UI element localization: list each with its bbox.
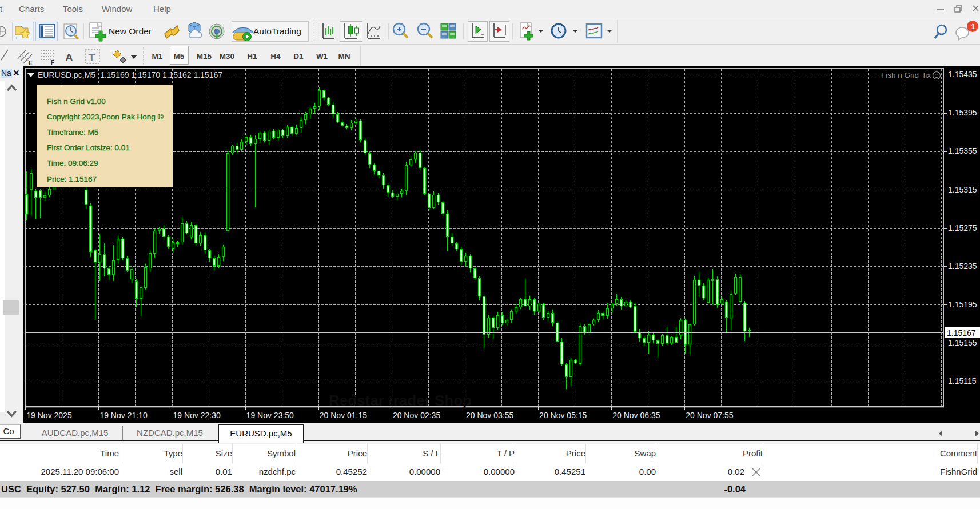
svg-text:1.15435: 1.15435	[948, 70, 977, 79]
svg-text:20 Nov 07:55: 20 Nov 07:55	[686, 411, 733, 420]
svg-text:20 Nov 02:35: 20 Nov 02:35	[393, 411, 440, 420]
svg-text:1.15115: 1.15115	[948, 376, 977, 386]
svg-text:Redstar trader Shop: Redstar trader Shop	[329, 392, 472, 409]
svg-text:20 Nov 06:35: 20 Nov 06:35	[612, 411, 660, 420]
svg-text:Fish n Grid v1.00: Fish n Grid v1.00	[47, 97, 106, 106]
svg-text:1.15195: 1.15195	[948, 300, 977, 309]
svg-text:19 Nov 2025: 19 Nov 2025	[26, 411, 72, 420]
svg-text:Fish n Grid_fix: Fish n Grid_fix	[881, 71, 931, 79]
svg-text:20 Nov 05:15: 20 Nov 05:15	[539, 411, 587, 420]
svg-text:1.15395: 1.15395	[948, 108, 977, 117]
svg-text:First Order Lotsize: 0.01: First Order Lotsize: 0.01	[47, 143, 130, 152]
svg-text:20 Nov 03:55: 20 Nov 03:55	[466, 411, 513, 420]
svg-text:Copyright 2023,Poon Pak Hong ©: Copyright 2023,Poon Pak Hong ©	[47, 113, 164, 121]
svg-text:1.15235: 1.15235	[948, 262, 977, 271]
svg-text:19 Nov 22:30: 19 Nov 22:30	[173, 411, 221, 420]
svg-text:EURUSD.pc,M5 1.15169 1.15170: EURUSD.pc,M5 1.15169 1.15170 1.15162 1.1…	[38, 70, 222, 79]
svg-text:19 Nov 23:50: 19 Nov 23:50	[246, 411, 294, 420]
svg-text:19 Nov 21:10: 19 Nov 21:10	[99, 411, 147, 420]
svg-text:1.15275: 1.15275	[948, 223, 977, 233]
svg-text:Timeframe: M5: Timeframe: M5	[47, 128, 98, 137]
svg-text:20 Nov 01:15: 20 Nov 01:15	[320, 411, 367, 420]
svg-text:1.15315: 1.15315	[948, 185, 977, 194]
svg-text:1.15355: 1.15355	[948, 146, 977, 155]
svg-text:Price: 1.15167: Price: 1.15167	[47, 175, 97, 183]
svg-text:1.15155: 1.15155	[948, 338, 977, 347]
svg-text:1.15167: 1.15167	[947, 328, 976, 338]
svg-text:Time: 09:06:29: Time: 09:06:29	[47, 159, 98, 167]
